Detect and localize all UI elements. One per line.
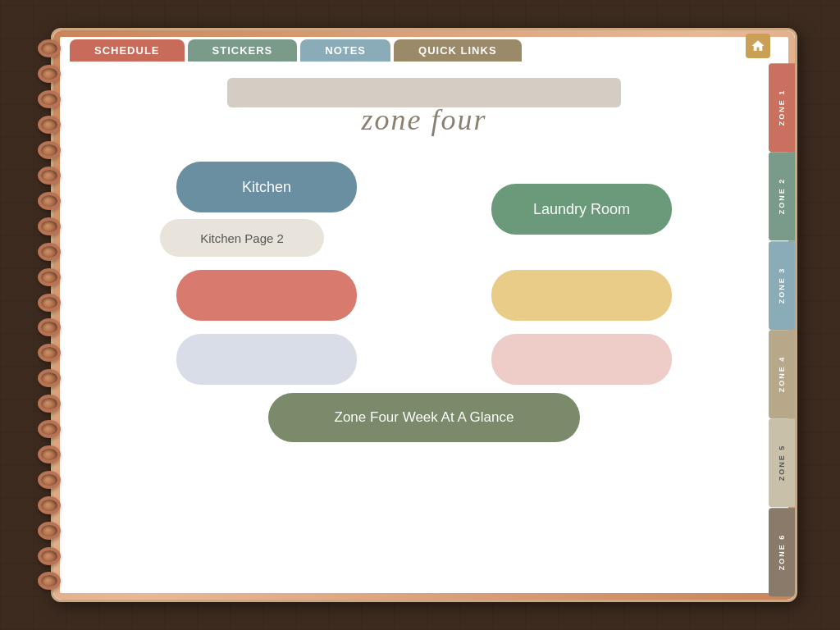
spiral-ring xyxy=(38,39,61,57)
spiral-ring xyxy=(38,344,61,362)
kitchen-col: Kitchen Kitchen Page 2 xyxy=(176,162,357,257)
spiral-ring xyxy=(38,445,61,463)
kitchen-button[interactable]: Kitchen xyxy=(176,162,357,212)
spiral-ring xyxy=(38,471,61,489)
button-row-1: Kitchen Kitchen Page 2 Laundry Room xyxy=(84,162,764,257)
tab-notes[interactable]: NOTES xyxy=(300,39,390,62)
notebook-body: SCHEDULE STICKERS NOTES QUICK LINKS zone… xyxy=(51,28,797,602)
sidebar-item-zone4[interactable]: ZONE 4 xyxy=(769,330,795,418)
side-tabs: ZONE 1 ZONE 2 ZONE 3 ZONE 4 ZONE 5 ZONE … xyxy=(769,63,795,596)
button-row-3 xyxy=(84,334,764,385)
spiral-ring xyxy=(38,294,61,312)
sidebar-item-zone2[interactable]: ZONE 2 xyxy=(769,152,795,240)
tab-schedule[interactable]: SCHEDULE xyxy=(70,39,185,62)
yellow-button[interactable] xyxy=(491,270,672,321)
home-icon[interactable] xyxy=(746,34,770,58)
spiral-ring xyxy=(38,420,61,438)
sidebar-item-zone6[interactable]: ZONE 6 xyxy=(769,508,795,596)
spiral-ring xyxy=(38,65,61,83)
sidebar-item-zone1[interactable]: ZONE 1 xyxy=(769,63,795,152)
spiral-ring xyxy=(38,369,61,387)
spiral-ring xyxy=(38,90,61,108)
sidebar-item-zone5[interactable]: ZONE 5 xyxy=(769,418,795,507)
spiral-ring xyxy=(38,522,61,540)
spiral-ring xyxy=(38,192,61,210)
laundry-room-button[interactable]: Laundry Room xyxy=(491,184,672,235)
pink-button[interactable] xyxy=(491,334,672,385)
zone-title: zone four xyxy=(362,103,487,137)
spiral-ring xyxy=(38,116,61,134)
spiral-binding xyxy=(31,36,67,594)
spiral-ring xyxy=(38,572,61,590)
spiral-ring xyxy=(38,395,61,413)
button-row-2 xyxy=(84,270,764,321)
spiral-ring xyxy=(38,217,61,235)
lightblue-button[interactable] xyxy=(176,334,357,385)
spiral-ring xyxy=(38,167,61,185)
week-at-glance-button[interactable]: Zone Four Week At A Glance xyxy=(268,393,580,442)
spiral-ring xyxy=(38,547,61,565)
spiral-ring xyxy=(38,141,61,159)
spiral-ring xyxy=(38,318,61,336)
notebook-outer: SCHEDULE STICKERS NOTES QUICK LINKS zone… xyxy=(26,20,814,610)
coral-button[interactable] xyxy=(176,270,357,321)
content-area: zone four Kitchen Kitchen Page 2 Laundry… xyxy=(60,62,788,593)
kitchen-page2-button[interactable]: Kitchen Page 2 xyxy=(160,219,324,257)
spiral-ring xyxy=(38,496,61,514)
spiral-ring xyxy=(38,268,61,286)
tab-stickers[interactable]: STICKERS xyxy=(188,39,298,62)
sidebar-item-zone3[interactable]: ZONE 3 xyxy=(769,241,795,330)
nav-tabs: SCHEDULE STICKERS NOTES QUICK LINKS xyxy=(53,30,795,62)
spiral-ring xyxy=(38,243,61,261)
tab-quick-links[interactable]: QUICK LINKS xyxy=(394,39,522,62)
